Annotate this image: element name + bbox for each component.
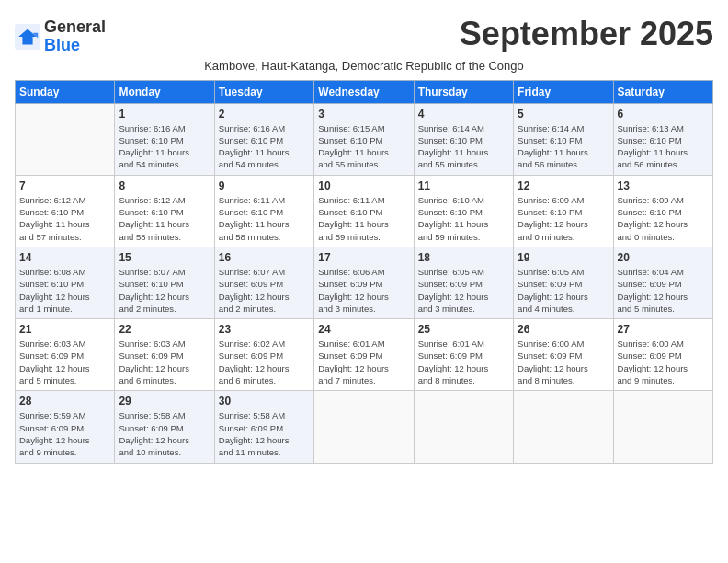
day-info: Sunrise: 6:05 AMSunset: 6:09 PMDaylight:… — [518, 266, 609, 315]
calendar-cell: 30Sunrise: 5:58 AMSunset: 6:09 PMDayligh… — [214, 391, 313, 463]
day-info: Sunrise: 6:16 AMSunset: 6:10 PMDaylight:… — [119, 122, 210, 171]
calendar-cell: 16Sunrise: 6:07 AMSunset: 6:09 PMDayligh… — [214, 247, 313, 318]
calendar-cell: 19Sunrise: 6:05 AMSunset: 6:09 PMDayligh… — [514, 247, 613, 318]
day-info: Sunrise: 6:09 AMSunset: 6:10 PMDaylight:… — [518, 194, 609, 243]
calendar-cell: 10Sunrise: 6:11 AMSunset: 6:10 PMDayligh… — [314, 175, 414, 247]
day-number: 10 — [318, 179, 409, 192]
day-info: Sunrise: 6:07 AMSunset: 6:09 PMDaylight:… — [219, 266, 310, 315]
calendar-cell: 9Sunrise: 6:11 AMSunset: 6:10 PMDaylight… — [214, 175, 313, 247]
day-number: 20 — [618, 251, 709, 264]
day-number: 1 — [119, 108, 210, 121]
day-info: Sunrise: 6:07 AMSunset: 6:10 PMDaylight:… — [119, 266, 210, 315]
day-number: 23 — [219, 323, 310, 336]
day-info: Sunrise: 6:11 AMSunset: 6:10 PMDaylight:… — [219, 194, 310, 243]
calendar-cell: 4Sunrise: 6:14 AMSunset: 6:10 PMDaylight… — [414, 103, 513, 175]
calendar-cell: 2Sunrise: 6:16 AMSunset: 6:10 PMDaylight… — [214, 103, 313, 175]
day-header: Thursday — [414, 80, 513, 103]
day-number: 14 — [19, 251, 110, 264]
day-info: Sunrise: 6:13 AMSunset: 6:10 PMDaylight:… — [618, 122, 709, 171]
day-number: 5 — [518, 108, 609, 121]
day-info: Sunrise: 6:05 AMSunset: 6:09 PMDaylight:… — [418, 266, 509, 315]
month-title: September 2025 — [460, 15, 713, 53]
day-info: Sunrise: 6:06 AMSunset: 6:09 PMDaylight:… — [318, 266, 409, 315]
day-header: Sunday — [16, 80, 115, 103]
day-info: Sunrise: 6:00 AMSunset: 6:09 PMDaylight:… — [618, 338, 709, 386]
day-info: Sunrise: 5:58 AMSunset: 6:09 PMDaylight:… — [219, 409, 310, 458]
day-info: Sunrise: 6:11 AMSunset: 6:10 PMDaylight:… — [318, 194, 409, 243]
calendar-cell — [514, 391, 613, 463]
calendar-cell: 12Sunrise: 6:09 AMSunset: 6:10 PMDayligh… — [514, 175, 613, 247]
day-info: Sunrise: 6:14 AMSunset: 6:10 PMDaylight:… — [418, 122, 509, 171]
day-number: 15 — [119, 251, 210, 264]
day-number: 16 — [219, 251, 310, 264]
day-number: 13 — [618, 179, 709, 192]
day-number: 9 — [219, 179, 310, 192]
day-info: Sunrise: 6:16 AMSunset: 6:10 PMDaylight:… — [219, 122, 310, 171]
day-number: 12 — [518, 179, 609, 192]
calendar-cell: 29Sunrise: 5:58 AMSunset: 6:09 PMDayligh… — [115, 391, 214, 463]
day-number: 3 — [318, 108, 409, 121]
calendar-cell: 17Sunrise: 6:06 AMSunset: 6:09 PMDayligh… — [314, 247, 414, 318]
day-number: 22 — [119, 323, 210, 336]
day-number: 26 — [518, 323, 609, 336]
calendar-cell: 18Sunrise: 6:05 AMSunset: 6:09 PMDayligh… — [414, 247, 513, 318]
day-info: Sunrise: 6:03 AMSunset: 6:09 PMDaylight:… — [19, 338, 110, 386]
calendar-cell: 22Sunrise: 6:03 AMSunset: 6:09 PMDayligh… — [115, 319, 214, 391]
day-info: Sunrise: 6:08 AMSunset: 6:10 PMDaylight:… — [19, 266, 110, 315]
day-number: 19 — [518, 251, 609, 264]
day-header: Monday — [115, 80, 214, 103]
day-number: 7 — [19, 179, 110, 192]
day-info: Sunrise: 5:58 AMSunset: 6:09 PMDaylight:… — [119, 409, 210, 458]
day-number: 18 — [418, 251, 509, 264]
day-number: 30 — [219, 395, 310, 408]
calendar-cell — [613, 391, 712, 463]
day-info: Sunrise: 6:10 AMSunset: 6:10 PMDaylight:… — [418, 194, 509, 243]
day-number: 17 — [318, 251, 409, 264]
subtitle: Kambove, Haut-Katanga, Democratic Republ… — [15, 59, 713, 73]
day-header: Friday — [514, 80, 613, 103]
day-info: Sunrise: 6:04 AMSunset: 6:09 PMDaylight:… — [618, 266, 709, 315]
day-header: Wednesday — [314, 80, 414, 103]
calendar-cell: 7Sunrise: 6:12 AMSunset: 6:10 PMDaylight… — [16, 175, 115, 247]
day-header: Tuesday — [214, 80, 313, 103]
calendar: SundayMondayTuesdayWednesdayThursdayFrid… — [15, 80, 713, 464]
day-number: 29 — [119, 395, 210, 408]
day-info: Sunrise: 6:14 AMSunset: 6:10 PMDaylight:… — [518, 122, 609, 171]
day-info: Sunrise: 6:12 AMSunset: 6:10 PMDaylight:… — [119, 194, 210, 243]
calendar-cell: 15Sunrise: 6:07 AMSunset: 6:10 PMDayligh… — [115, 247, 214, 318]
calendar-cell — [314, 391, 414, 463]
logo-icon — [15, 24, 40, 50]
day-number: 6 — [618, 108, 709, 121]
calendar-cell: 26Sunrise: 6:00 AMSunset: 6:09 PMDayligh… — [514, 319, 613, 391]
day-header: Saturday — [613, 80, 712, 103]
calendar-cell: 5Sunrise: 6:14 AMSunset: 6:10 PMDaylight… — [514, 103, 613, 175]
day-info: Sunrise: 6:15 AMSunset: 6:10 PMDaylight:… — [318, 122, 409, 171]
calendar-cell: 6Sunrise: 6:13 AMSunset: 6:10 PMDaylight… — [613, 103, 712, 175]
calendar-cell: 20Sunrise: 6:04 AMSunset: 6:09 PMDayligh… — [613, 247, 712, 318]
calendar-cell: 27Sunrise: 6:00 AMSunset: 6:09 PMDayligh… — [613, 319, 712, 391]
calendar-cell — [16, 103, 115, 175]
logo: General Blue — [15, 18, 106, 55]
calendar-cell — [414, 391, 513, 463]
logo-blue: Blue — [44, 37, 106, 55]
day-number: 27 — [618, 323, 709, 336]
calendar-cell: 1Sunrise: 6:16 AMSunset: 6:10 PMDaylight… — [115, 103, 214, 175]
day-info: Sunrise: 6:00 AMSunset: 6:09 PMDaylight:… — [518, 338, 609, 386]
day-info: Sunrise: 6:01 AMSunset: 6:09 PMDaylight:… — [318, 338, 409, 386]
day-info: Sunrise: 5:59 AMSunset: 6:09 PMDaylight:… — [19, 409, 110, 458]
day-info: Sunrise: 6:09 AMSunset: 6:10 PMDaylight:… — [618, 194, 709, 243]
calendar-cell: 24Sunrise: 6:01 AMSunset: 6:09 PMDayligh… — [314, 319, 414, 391]
calendar-cell: 14Sunrise: 6:08 AMSunset: 6:10 PMDayligh… — [16, 247, 115, 318]
calendar-cell: 3Sunrise: 6:15 AMSunset: 6:10 PMDaylight… — [314, 103, 414, 175]
calendar-cell: 13Sunrise: 6:09 AMSunset: 6:10 PMDayligh… — [613, 175, 712, 247]
day-number: 21 — [19, 323, 110, 336]
day-number: 4 — [418, 108, 509, 121]
calendar-cell: 28Sunrise: 5:59 AMSunset: 6:09 PMDayligh… — [16, 391, 115, 463]
calendar-cell: 23Sunrise: 6:02 AMSunset: 6:09 PMDayligh… — [214, 319, 313, 391]
day-info: Sunrise: 6:03 AMSunset: 6:09 PMDaylight:… — [119, 338, 210, 386]
day-number: 8 — [119, 179, 210, 192]
calendar-cell: 8Sunrise: 6:12 AMSunset: 6:10 PMDaylight… — [115, 175, 214, 247]
day-info: Sunrise: 6:12 AMSunset: 6:10 PMDaylight:… — [19, 194, 110, 243]
day-number: 25 — [418, 323, 509, 336]
logo-general: General — [44, 18, 106, 37]
